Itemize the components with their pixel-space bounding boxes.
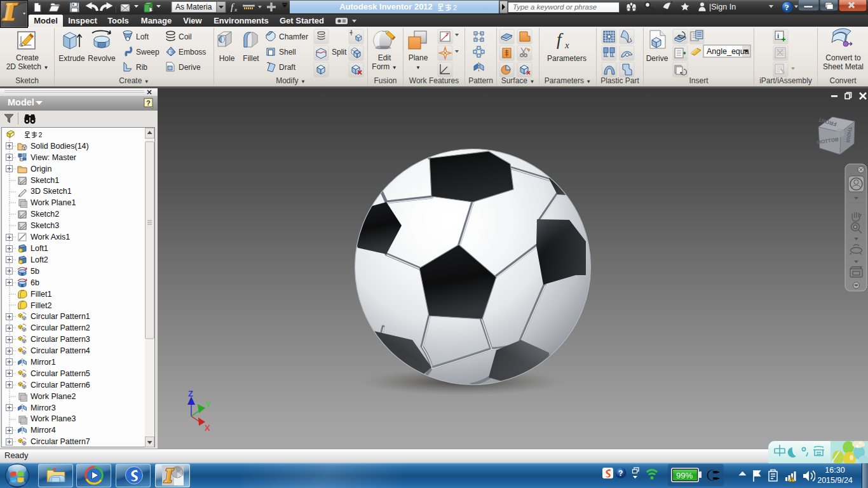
svg-text:As Materia: As Materia — [175, 3, 212, 11]
svg-text:E: E — [169, 49, 173, 55]
svg-text:i: i — [777, 32, 779, 39]
svg-text:Angle_equa: Angle_equa — [707, 47, 749, 56]
svg-text:Y: Y — [205, 400, 211, 409]
svg-text:x: x — [234, 6, 237, 13]
svg-text:99%: 99% — [676, 471, 693, 480]
svg-text:f: f — [557, 30, 564, 49]
svg-text:X: X — [205, 423, 210, 433]
svg-text:x: x — [564, 40, 569, 50]
svg-text:?: ? — [785, 3, 789, 12]
svg-text:2: 2 — [453, 4, 457, 11]
svg-text:?: ? — [146, 99, 151, 107]
svg-text:2: 2 — [39, 132, 43, 139]
svg-text:Z: Z — [188, 389, 193, 398]
svg-text:?: ? — [618, 469, 623, 478]
